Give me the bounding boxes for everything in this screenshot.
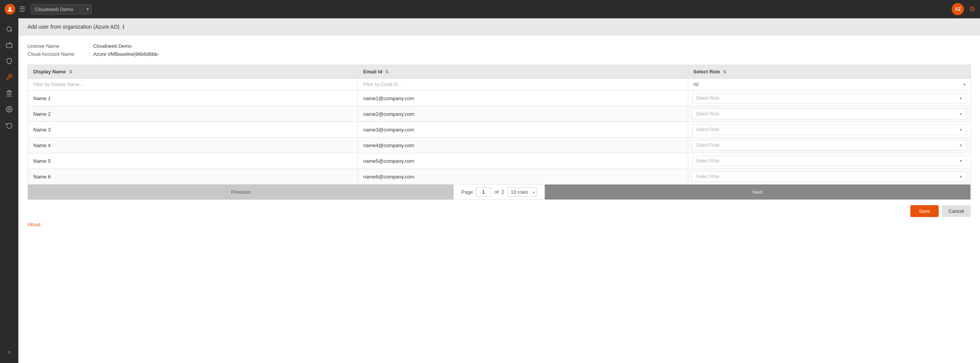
page-label: Page (461, 189, 473, 195)
cell-display-name: Name 1 (28, 91, 358, 106)
topbar-right: AZ ⚙ (952, 3, 975, 15)
filter-role-select[interactable]: All Admin User Viewer (688, 79, 971, 90)
cell-display-name: Name 4 (28, 138, 358, 153)
table-row: Name 1name1@company.comSelect RoleAdminU… (28, 91, 971, 106)
of-label: of (494, 189, 498, 195)
sidebar-expand-icon[interactable]: > (2, 345, 16, 359)
sidebar-item-shield[interactable] (2, 54, 16, 68)
svg-rect-1 (7, 44, 12, 48)
cell-role: Select RoleAdminUserViewer (688, 138, 971, 153)
svg-marker-7 (7, 91, 11, 92)
content-area: Add user from organization (Azure AD) ℹ … (18, 18, 980, 363)
sidebar-bottom: > (2, 345, 16, 359)
role-select[interactable]: Select RoleAdminUserViewer (692, 156, 967, 166)
info-section: License Name : Cloudneeti Demo Cloud Acc… (28, 43, 971, 57)
filter-display-input[interactable] (28, 79, 358, 90)
role-select[interactable]: Select RoleAdminUserViewer (692, 109, 967, 119)
cell-display-name: Name 6 (28, 169, 358, 185)
info-icon[interactable]: ℹ (122, 24, 124, 30)
action-buttons: Save Cancel (28, 205, 971, 217)
rows-per-page-select[interactable]: 10 rows 25 rows 50 rows (507, 187, 537, 197)
cell-role: Select RoleAdminUserViewer (688, 169, 971, 185)
sort-display-icon: ⇅ (69, 70, 72, 74)
avatar[interactable]: AZ (952, 3, 964, 15)
sidebar-item-home[interactable] (2, 22, 16, 36)
license-row: License Name : Cloudneeti Demo (28, 43, 971, 49)
filter-email-input[interactable] (358, 79, 688, 90)
table-header-row: Display Name ⇅ Email Id ⇅ Select Role ⇅ (28, 65, 971, 79)
cell-email: name5@company.com (358, 153, 688, 169)
next-button[interactable]: Next (545, 185, 970, 199)
sidebar-item-briefcase[interactable] (2, 38, 16, 52)
table-row: Name 5name5@company.comSelect RoleAdminU… (28, 153, 971, 169)
table-row: Name 2name2@company.comSelect RoleAdminU… (28, 106, 971, 122)
role-select-wrap: Select RoleAdminUserViewer (692, 156, 967, 166)
cell-role: Select RoleAdminUserViewer (688, 153, 971, 169)
license-label: License Name (28, 43, 89, 49)
role-select[interactable]: Select RoleAdminUserViewer (692, 124, 967, 135)
account-row: Cloud Account Name : Azure VMBaseline|96… (28, 51, 971, 57)
svg-point-0 (9, 7, 11, 9)
table-row: Name 6name6@company.comSelect RoleAdminU… (28, 169, 971, 185)
col-header-display: Display Name ⇅ (28, 65, 358, 79)
rows-select-wrap: 10 rows 25 rows 50 rows (507, 187, 537, 197)
sidebar-item-settings[interactable] (2, 102, 16, 116)
role-select-wrap: Select RoleAdminUserViewer (692, 93, 967, 104)
previous-button[interactable]: Previous (28, 185, 454, 199)
role-select-wrap: Select RoleAdminUserViewer (692, 124, 967, 135)
cell-email: name1@company.com (358, 91, 688, 106)
app-logo (5, 4, 15, 15)
users-table: Display Name ⇅ Email Id ⇅ Select Role ⇅ (28, 65, 971, 185)
main-layout: > Add user from organization (Azure AD) … (0, 18, 980, 363)
filter-display-cell (28, 79, 358, 91)
role-select[interactable]: Select RoleAdminUserViewer (692, 93, 967, 104)
sort-email-icon: ⇅ (385, 70, 389, 74)
pagination-center: Page of 2 10 rows 25 rows 50 rows (454, 187, 545, 197)
filter-role-cell: All Admin User Viewer (688, 79, 971, 91)
save-button[interactable]: Save (910, 205, 939, 217)
footer-about: About (28, 217, 971, 228)
table-row: Name 4name4@company.comSelect RoleAdminU… (28, 138, 971, 153)
cell-email: name4@company.com (358, 138, 688, 153)
account-value: Azure VMBaseline|96b6d6bb- (93, 51, 160, 57)
role-select[interactable]: Select RoleAdminUserViewer (692, 171, 967, 182)
settings-icon[interactable]: ⚙ (969, 5, 975, 13)
cell-display-name: Name 3 (28, 122, 358, 138)
table-row: Name 3name3@company.comSelect RoleAdminU… (28, 122, 971, 138)
topbar: ☰ Cloudneeti Demo AZ ⚙ (0, 0, 980, 18)
role-select[interactable]: Select RoleAdminUserViewer (692, 140, 967, 151)
cancel-button[interactable]: Cancel (942, 205, 971, 217)
total-pages: 2 (501, 189, 504, 195)
account-label: Cloud Account Name (28, 51, 89, 57)
license-value: Cloudneeti Demo (93, 43, 132, 49)
tenant-dropdown-wrap: Cloudneeti Demo (31, 4, 92, 15)
tenant-dropdown[interactable]: Cloudneeti Demo (31, 4, 92, 15)
cell-email: name2@company.com (358, 106, 688, 122)
cell-role: Select RoleAdminUserViewer (688, 91, 971, 106)
sidebar-item-tools[interactable] (2, 70, 16, 84)
about-link[interactable]: About (28, 222, 41, 227)
page-number-input[interactable] (476, 187, 491, 197)
svg-point-8 (8, 109, 10, 110)
filter-email-cell (358, 79, 688, 91)
role-select-wrap: Select RoleAdminUserViewer (692, 140, 967, 151)
page-body: License Name : Cloudneeti Demo Cloud Acc… (18, 36, 980, 363)
cell-display-name: Name 5 (28, 153, 358, 169)
cell-role: Select RoleAdminUserViewer (688, 106, 971, 122)
role-select-wrap: Select RoleAdminUserViewer (692, 109, 967, 119)
sidebar: > (0, 18, 18, 363)
table-body: Name 1name1@company.comSelect RoleAdminU… (28, 91, 971, 185)
menu-icon[interactable]: ☰ (19, 5, 25, 13)
pagination-bar: Previous Page of 2 10 rows 25 rows 50 ro… (28, 185, 971, 200)
col-header-role: Select Role ⇅ (688, 65, 971, 79)
page-title: Add user from organization (Azure AD) (28, 24, 119, 30)
role-select-wrap: Select RoleAdminUserViewer (692, 171, 967, 182)
cell-display-name: Name 2 (28, 106, 358, 122)
table-filter-row: All Admin User Viewer (28, 79, 971, 91)
page-header: Add user from organization (Azure AD) ℹ (18, 18, 980, 36)
sidebar-item-bank[interactable] (2, 86, 16, 100)
sidebar-item-history[interactable] (2, 118, 16, 132)
col-header-email: Email Id ⇅ (358, 65, 688, 79)
filter-role-select-wrap: All Admin User Viewer (688, 79, 971, 90)
cell-email: name6@company.com (358, 169, 688, 185)
